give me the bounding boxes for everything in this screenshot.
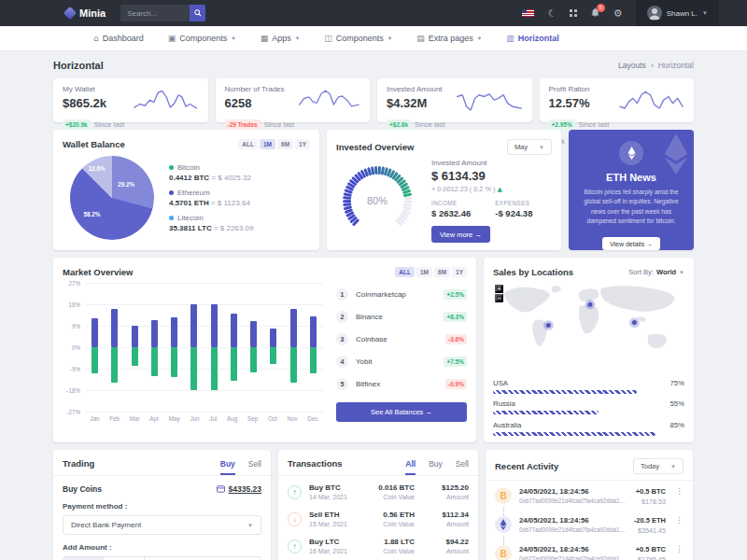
invested-amount-label: Invested Amount: [431, 159, 532, 167]
apps-grid-icon[interactable]: [570, 9, 577, 17]
change-badge: -0.9%: [445, 379, 467, 389]
bar-negative: [270, 347, 276, 364]
eth-news-body: Bitcoin prices fell sharply amid the glo…: [579, 188, 684, 227]
language-us-flag-icon[interactable]: [522, 9, 534, 17]
bitcoin-icon: B: [495, 545, 512, 560]
filter-1m[interactable]: 1M: [416, 267, 432, 277]
trading-card: Trading Buy Sell Buy Coins $4335.23 Paym…: [53, 450, 271, 560]
rank-number: 3: [336, 333, 348, 345]
notifications-bell-icon[interactable]: 5: [590, 7, 600, 20]
world-map-svg: [493, 283, 684, 369]
filter-1y[interactable]: 1Y: [295, 139, 310, 149]
rank-row-yobit[interactable]: 4 Yobit +7.5%: [336, 350, 467, 372]
bar-column: [111, 283, 118, 412]
period-select[interactable]: May ▼: [507, 139, 552, 155]
chevron-down-icon: ▼: [679, 270, 684, 275]
view-details-button[interactable]: View details →: [602, 237, 660, 250]
page-title: Horizontal: [53, 60, 104, 71]
row-market-sales: Market Overview ALL 1M 6M 1Y 27%18%9%0%-…: [53, 258, 694, 442]
bar-negative: [190, 347, 197, 390]
location-row-australia: Australia85%: [493, 421, 684, 436]
tab-all[interactable]: All: [405, 459, 416, 475]
rank-row-bitfinex[interactable]: 5 Bitfinex -0.9%: [336, 372, 467, 395]
nav-item-extra-pages[interactable]: ▤ Extra pages ▼: [416, 34, 482, 43]
payment-method-label: Payment method :: [63, 502, 261, 511]
kebab-menu-icon[interactable]: ⋮: [675, 545, 684, 554]
widgets-icon: ◫: [324, 34, 332, 43]
tab-sell[interactable]: Sell: [248, 459, 261, 475]
settings-gear-icon[interactable]: ⚙: [613, 8, 623, 19]
bar-positive: [92, 318, 98, 347]
filter-all[interactable]: ALL: [395, 267, 415, 277]
map-zoom-out-button[interactable]: −: [495, 294, 503, 302]
nav-item-components-2[interactable]: ◫ Components ▼: [324, 34, 392, 43]
gauge-percent-label: 80%: [336, 160, 418, 242]
tab-buy[interactable]: Buy: [429, 459, 443, 475]
breadcrumb-parent[interactable]: Layouts: [618, 61, 646, 70]
location-row-usa: USA75%: [493, 379, 684, 394]
trading-tabs: Buy Sell: [220, 459, 261, 468]
rank-row-binance[interactable]: 2 Binance +8.3%: [336, 305, 467, 328]
nav-item-components[interactable]: ▣ Components ▼: [168, 34, 236, 43]
filter-1m[interactable]: 1M: [260, 139, 275, 149]
filter-6m[interactable]: 6M: [434, 267, 450, 277]
stat-badge: +$20.9k: [63, 119, 91, 130]
search-input[interactable]: [120, 5, 190, 21]
filter-1y[interactable]: 1Y: [452, 267, 467, 277]
transactions-tabs: All Buy Sell: [405, 459, 469, 468]
filter-6m[interactable]: 6M: [277, 139, 293, 149]
sales-by-locations-card: Sales by Locations Sort By: World ▼: [484, 258, 694, 442]
bar-column: [310, 283, 317, 412]
stats-row: My Wallet $865.2k +$20.9kSince last week…: [53, 78, 694, 122]
nav-item-dashboard[interactable]: ⌂ Dashboard: [93, 34, 144, 43]
bar-column: [231, 283, 237, 412]
nav-item-horizontal[interactable]: ▥ Horizontal: [506, 34, 559, 43]
sparkline-chart: [298, 86, 360, 116]
bar-positive: [270, 329, 276, 347]
payment-method-select[interactable]: Direct Bank Payment ▼: [63, 515, 261, 535]
user-menu[interactable]: Shawn L. ▼: [636, 0, 719, 26]
invested-overview-card: Invested Overview May ▼ 80% Invested Amo…: [327, 130, 561, 250]
bar-negative: [171, 347, 177, 377]
month-label: Feb: [109, 415, 120, 422]
kebab-menu-icon[interactable]: ⋮: [675, 487, 684, 497]
bar-negative: [211, 347, 218, 390]
buy-arrow-up-icon: ↑: [288, 539, 302, 553]
filter-all[interactable]: ALL: [238, 139, 258, 149]
bar-positive: [132, 326, 138, 347]
bar-negative: [310, 347, 317, 373]
gridline: [85, 283, 323, 284]
view-more-button[interactable]: View more →: [431, 226, 490, 243]
components-icon: ▣: [168, 34, 176, 43]
rank-number: 2: [336, 311, 348, 323]
bar-negative: [132, 347, 138, 366]
bar-column: [171, 283, 177, 412]
bar-positive: [211, 304, 218, 347]
see-all-balances-button[interactable]: See All Balances →: [336, 402, 467, 422]
tab-sell[interactable]: Sell: [456, 459, 469, 475]
bar-column: [250, 283, 257, 412]
sort-by-select[interactable]: Sort By: World ▼: [628, 268, 684, 276]
map-zoom-in-button[interactable]: +: [495, 285, 503, 293]
activity-period-select[interactable]: Today ▼: [633, 458, 684, 474]
kebab-menu-icon[interactable]: ⋮: [675, 516, 684, 525]
search-button[interactable]: [190, 5, 205, 21]
bitcoin-icon: B: [495, 487, 512, 504]
tab-buy[interactable]: Buy: [220, 459, 235, 475]
gridline: [85, 326, 323, 327]
brand-logo[interactable]: Minia: [65, 7, 106, 19]
legend-item-bitcoin: Bitcoin 0.4412 BTC = $ 4025.32: [169, 163, 310, 182]
nav-item-apps[interactable]: ▦ Apps ▼: [261, 34, 300, 43]
bar-column: [211, 283, 218, 412]
y-tick-label: -9%: [70, 366, 80, 372]
y-tick-label: 0%: [72, 344, 80, 351]
wallet-balance-link[interactable]: $4335.23: [217, 484, 261, 494]
stat-label: My Wallet: [63, 85, 133, 93]
rank-row-coinbase[interactable]: 3 Coinbase -3.6%: [336, 328, 467, 350]
stat-card-invested-amount: Invested Amount $4.32M +$2.8kSince last …: [377, 78, 532, 122]
gridline: [85, 412, 323, 413]
month-label: Jul: [209, 415, 217, 422]
rank-row-coinmarketcap[interactable]: 1 Coinmarketcap +2.5%: [336, 283, 467, 305]
stat-badge: +$2.8k: [387, 119, 411, 130]
dark-mode-moon-icon[interactable]: ☾: [547, 8, 557, 19]
